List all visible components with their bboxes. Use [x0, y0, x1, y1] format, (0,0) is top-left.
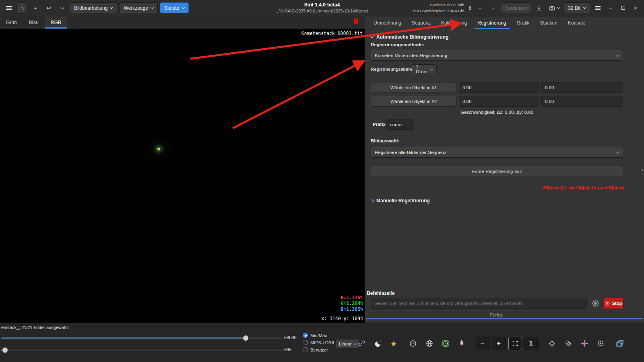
- star-icon: ★: [390, 339, 397, 348]
- cursor-position: x: 3140 y: 1094: [321, 316, 363, 321]
- layer-select[interactable]: 1: Grün: [412, 64, 437, 74]
- home-button[interactable]: ⌂: [17, 2, 28, 14]
- maximize-icon: [621, 6, 625, 10]
- manual-registration-expander[interactable]: Manuelle Registrierung: [371, 198, 430, 204]
- close-button[interactable]: ×: [630, 3, 641, 13]
- zoom-in-button[interactable]: +: [487, 2, 499, 14]
- auto-registration-expander[interactable]: Automatische Bildregistrierung: [371, 34, 448, 40]
- stop-button[interactable]: × Stop: [603, 298, 623, 309]
- quick-process-button[interactable]: [455, 337, 469, 350]
- slider-handle[interactable]: [243, 335, 249, 341]
- zoom-in-button[interactable]: +: [492, 337, 506, 350]
- crosshair-star-button[interactable]: [594, 337, 607, 350]
- camera-icon: [548, 4, 555, 12]
- high-value: 58088: [284, 335, 297, 340]
- image-selection-value: Registriere alle Bilder der Sequenz: [375, 150, 446, 155]
- minimize-button[interactable]: −: [605, 3, 616, 13]
- object1-y-field[interactable]: [541, 82, 623, 93]
- object2-x-field[interactable]: [459, 96, 539, 107]
- object1-x-field[interactable]: [459, 82, 539, 93]
- tab-label: Grafik: [517, 20, 530, 26]
- skripte-menu-button[interactable]: Skripte: [160, 2, 189, 13]
- chevron-down-icon: [182, 6, 185, 9]
- zoom-100-button[interactable]: 1: [524, 337, 538, 350]
- star-shift-button[interactable]: [578, 337, 591, 350]
- tab-stacken[interactable]: Stacken: [537, 16, 561, 29]
- maximize-button[interactable]: [618, 3, 628, 13]
- crosshair-star-icon: [597, 339, 605, 348]
- mode-minmax[interactable]: Min/Max: [303, 333, 327, 338]
- plus-icon: +: [497, 339, 501, 348]
- tab-sequenz[interactable]: Sequenz: [408, 16, 434, 29]
- star-detection-button[interactable]: ★: [387, 337, 400, 350]
- chevron-down-icon: [151, 6, 154, 9]
- command-input[interactable]: [371, 298, 587, 309]
- tab-gruen[interactable]: Grün: [0, 16, 23, 29]
- high-cutoff-slider[interactable]: [1, 337, 283, 339]
- tab-umrechnung[interactable]: Umrechnung: [370, 16, 405, 29]
- tab-registrierung[interactable]: Registrierung: [474, 16, 510, 29]
- zoom-out-button[interactable]: −: [476, 337, 489, 350]
- hamburger-icon: [595, 6, 601, 10]
- background-samples-button[interactable]: [439, 337, 452, 350]
- tab-blau[interactable]: Blau: [23, 16, 45, 29]
- photometry-button[interactable]: [545, 337, 559, 350]
- tab-label: Registrierung: [477, 20, 506, 26]
- method-select[interactable]: Kometen-/Asteroiden-Registrierung: [371, 50, 623, 61]
- aperture-diamond-icon: [548, 339, 556, 348]
- hamburger-menu-button[interactable]: [592, 2, 603, 14]
- tab-label: Konsole: [568, 20, 585, 26]
- layers-button[interactable]: [613, 337, 627, 350]
- save-button[interactable]: Speichern: [501, 2, 531, 13]
- minus-icon: −: [481, 339, 485, 348]
- tab-grafik[interactable]: Grafik: [513, 16, 533, 29]
- tab-kalibrierung[interactable]: Kalibrierung: [438, 16, 471, 29]
- command-list-button[interactable]: [589, 298, 601, 309]
- image-selection-select[interactable]: Registriere alle Bilder der Sequenz: [371, 147, 623, 158]
- tab-rgb[interactable]: RGB: [45, 16, 67, 29]
- zoom-out-button[interactable]: −: [474, 2, 485, 14]
- minus-icon: −: [478, 5, 481, 11]
- pick-object2-label: Wähle ein Objekt in #2: [390, 99, 437, 104]
- warning-text: Wählen Sie ein Objekt in zwei Bildern: [542, 185, 624, 190]
- time-button[interactable]: [406, 337, 420, 350]
- slider-handle[interactable]: [2, 347, 8, 353]
- run-registration-label: Führe Registrierung aus: [472, 169, 522, 174]
- save-as-button[interactable]: [533, 2, 545, 14]
- minimize-icon: −: [609, 4, 613, 11]
- aperture-button[interactable]: [561, 337, 575, 350]
- command-list-icon: [592, 300, 599, 307]
- skripte-label: Skripte: [164, 5, 179, 11]
- blue-value: B=1.365%: [341, 306, 363, 312]
- annotations-button[interactable]: [423, 337, 436, 350]
- werkzeuge-menu-button[interactable]: Werkzeuge: [119, 2, 157, 13]
- image-canvas[interactable]: Kometenstack_00001.fit R=1.775% G=2.204%…: [0, 29, 365, 323]
- werkzeuge-label: Werkzeuge: [124, 5, 148, 11]
- bit-depth-button[interactable]: 32 Bit: [564, 2, 590, 13]
- zoom-counter: 8: [469, 6, 471, 10]
- bildbearbeitung-menu-button[interactable]: Bildbearbeitung: [70, 2, 117, 13]
- pick-object1-button[interactable]: Wähle ein Objekt in #1: [371, 82, 456, 93]
- image-pane: Grün Blau RGB Kometenstack_00001.fit R=1…: [0, 16, 365, 323]
- redo-button[interactable]: ↪: [56, 2, 68, 14]
- tab-konsole[interactable]: Konsole: [564, 16, 589, 29]
- mode-benutzer[interactable]: Benutzer: [303, 347, 328, 352]
- link-channels-button[interactable]: [356, 337, 367, 349]
- object2-y-field[interactable]: [541, 96, 623, 107]
- app-menu-icon[interactable]: [3, 2, 14, 14]
- chevron-down-icon: [583, 6, 586, 9]
- low-cutoff-slider[interactable]: [1, 350, 283, 351]
- run-registration-button[interactable]: Führe Registrierung aus: [371, 166, 623, 177]
- mode-mips[interactable]: MIPS-LO/HI: [303, 340, 334, 345]
- record-button[interactable]: ●: [30, 2, 41, 14]
- night-mode-button[interactable]: [372, 337, 385, 350]
- panel-collapse-handle[interactable]: ›: [641, 167, 643, 173]
- pick-object2-button[interactable]: Wähle ein Objekt in #2: [371, 96, 456, 107]
- siril-window: ⌂ ● ↩ ↪ Bildbearbeitung Werkzeuge Skript…: [0, 0, 644, 362]
- star-arrows-icon: [580, 339, 588, 348]
- radio-icon: [303, 333, 308, 338]
- snapshot-button[interactable]: [547, 2, 561, 14]
- prefix-field[interactable]: [386, 119, 414, 130]
- fit-to-window-button[interactable]: [508, 337, 522, 350]
- undo-button[interactable]: ↩: [43, 2, 54, 14]
